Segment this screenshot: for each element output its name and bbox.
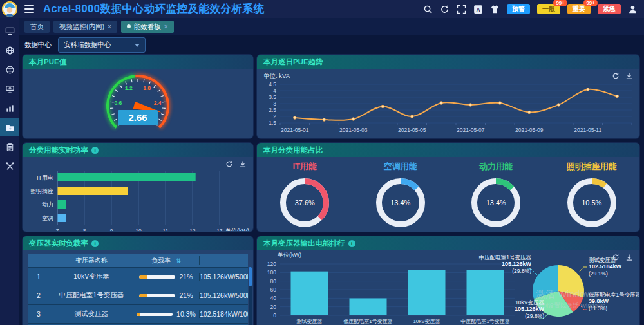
globe2-icon: [5, 65, 15, 75]
theme-icon[interactable]: [490, 5, 500, 14]
svg-text:照明插座: 照明插座: [30, 188, 53, 194]
power-capacity: 105.126kW/500kVA: [200, 273, 248, 281]
donut-title: 空调用能: [384, 161, 417, 172]
panel-realtime-power: 分类用能实时功率i 78910111213IT用电照明插座动力空调单位(kW): [23, 143, 253, 232]
tab-home[interactable]: 首页: [24, 21, 50, 33]
energy-folder-icon: [5, 123, 15, 133]
sidebar-item-monitor[interactable]: [0, 22, 19, 40]
panel-title: 本月逐日PUE趋势: [257, 55, 639, 69]
sidebar-item-energy[interactable]: [0, 118, 19, 136]
load-rate-cell: 21%: [133, 292, 200, 299]
table-row[interactable]: 3 测试变压器 10.3% 102.5184kW/1000kVA: [28, 305, 248, 324]
svg-text:11: 11: [163, 228, 169, 231]
pie-label: 10kV变压器105.126kW(29.8%): [485, 299, 544, 319]
svg-text:2: 2: [273, 113, 276, 120]
alarm-button-critical[interactable]: 紧急: [598, 4, 621, 14]
svg-text:2021-05-07: 2021-05-07: [457, 127, 485, 133]
close-tab-icon[interactable]: ×: [108, 21, 111, 33]
chart-refresh-icon[interactable]: [225, 160, 233, 168]
alarm-button-important[interactable]: 重要99+: [567, 4, 591, 14]
svg-text:0.6: 0.6: [114, 100, 122, 106]
pue-gauge-chart: 00.61.21.82.432.66: [23, 69, 253, 138]
pie-label: 低压配电室1号变压器39.8kW(11.3%): [589, 292, 639, 311]
svg-text:10: 10: [135, 228, 142, 231]
chart-download-icon[interactable]: [625, 254, 633, 261]
svg-text:1.5: 1.5: [269, 120, 276, 126]
chart-refresh-icon[interactable]: [612, 254, 620, 261]
scrollbar-thumb[interactable]: [249, 267, 252, 286]
transformer-name: 中压配电室1号变压器: [50, 291, 133, 300]
datacenter-select[interactable]: 安科瑞数据中心: [58, 37, 146, 53]
alarm-button-general[interactable]: 一般99+: [537, 4, 560, 14]
load-bar: [137, 313, 173, 316]
svg-text:40: 40: [270, 295, 277, 301]
close-tab-icon[interactable]: ×: [164, 21, 168, 33]
sidebar-item-network[interactable]: [0, 41, 19, 59]
panel-title: 本月PUE值: [23, 55, 253, 69]
load-percent: 10.3%: [176, 310, 196, 318]
font-size-icon[interactable]: A: [473, 5, 483, 14]
info-icon[interactable]: i: [91, 147, 99, 154]
search-icon[interactable]: [423, 5, 433, 14]
donut-空调用能: 空调用能13.4%1130.50 kWh: [353, 157, 449, 232]
svg-text:2.5: 2.5: [269, 107, 276, 113]
chart-download-icon[interactable]: [625, 72, 633, 80]
donut-title: IT用能: [292, 161, 317, 172]
table-row[interactable]: 2 中压配电室1号变压器 21% 105.126kW/500kVA: [28, 286, 248, 305]
info-icon[interactable]: i: [91, 240, 99, 247]
row-index: 2: [28, 292, 50, 299]
row-index: 3: [28, 310, 50, 318]
alarm-button-warning[interactable]: 预警: [507, 4, 530, 14]
user-icon[interactable]: [628, 5, 638, 14]
svg-text:IT用电: IT用电: [37, 174, 53, 181]
sidebar-item-reports[interactable]: [0, 138, 19, 156]
refresh-icon[interactable]: [440, 5, 450, 14]
svg-text:3: 3: [273, 100, 276, 107]
power-capacity: 105.126kW/500kVA: [200, 292, 248, 299]
sidebar-item-settings[interactable]: [0, 157, 19, 175]
table-row[interactable]: 1 10kV变压器 21% 105.126kW/500kVA: [28, 268, 248, 286]
svg-text:A: A: [476, 6, 480, 12]
svg-text:空调: 空调: [42, 215, 53, 221]
svg-text:2.4: 2.4: [154, 100, 162, 106]
donut-value: 1130.50 kWh: [381, 231, 420, 232]
svg-text:12: 12: [189, 228, 196, 231]
tab-energy-board[interactable]: 能效看板×: [121, 21, 174, 33]
svg-text:0: 0: [273, 312, 276, 319]
info-icon[interactable]: i: [348, 240, 355, 247]
user-avatar[interactable]: [2, 1, 17, 17]
donut-照明插座用能: 照明插座用能10.5%886.10 kWh: [544, 157, 640, 232]
app-title: Acrel-8000数据中心动环监控及能效分析系统: [43, 2, 264, 16]
panel-title: 本月分类用能占比: [257, 143, 639, 157]
tab-video-monitor[interactable]: 视频监控(内网)×: [53, 21, 117, 33]
svg-text:100: 100: [267, 269, 276, 275]
chart-refresh-icon[interactable]: [612, 72, 620, 80]
svg-text:2021-05-11: 2021-05-11: [574, 127, 601, 133]
alarm-badge: 99+: [553, 0, 567, 6]
header-toolbar: A 预警 一般99+ 重要99+ 紧急: [423, 4, 644, 14]
chevron-down-icon: [135, 44, 140, 47]
svg-text:1.8: 1.8: [143, 85, 151, 91]
donut-percent: 10.5%: [565, 176, 619, 230]
sort-icon[interactable]: ⇅: [176, 257, 181, 264]
bar-chart-icon: [5, 104, 15, 113]
svg-text:单位(kW): 单位(kW): [225, 228, 249, 231]
pue-trend-chart: 1.522.533.544.52021-05-012021-05-032021-…: [257, 80, 639, 138]
chart-download-icon[interactable]: [239, 160, 247, 168]
table-scrollbar[interactable]: [249, 267, 252, 325]
sidebar-item-web[interactable]: [0, 60, 19, 79]
pie-label: 中压配电室1号变压器105.126kW(29.8%): [472, 254, 531, 274]
menu-toggle-icon[interactable]: [24, 5, 34, 13]
fullscreen-icon[interactable]: [457, 5, 466, 14]
sidebar-item-statistics[interactable]: [0, 99, 19, 117]
svg-text:2021-05-09: 2021-05-09: [515, 127, 544, 133]
sidebar-item-devices[interactable]: [0, 80, 19, 98]
svg-text:80: 80: [270, 278, 277, 284]
globe-icon: [5, 46, 15, 55]
load-rate-cell: 21%: [133, 273, 200, 281]
donut-chart: 37.6%: [278, 176, 332, 230]
panel-output-energy-rank: 本月变压器输出电能排行i 020406080100120单位(kW)测试变压器低…: [257, 236, 639, 325]
unit-label: 单位: kVA: [263, 72, 290, 80]
svg-text:2021-05-03: 2021-05-03: [339, 127, 368, 133]
svg-text:8: 8: [83, 228, 86, 231]
